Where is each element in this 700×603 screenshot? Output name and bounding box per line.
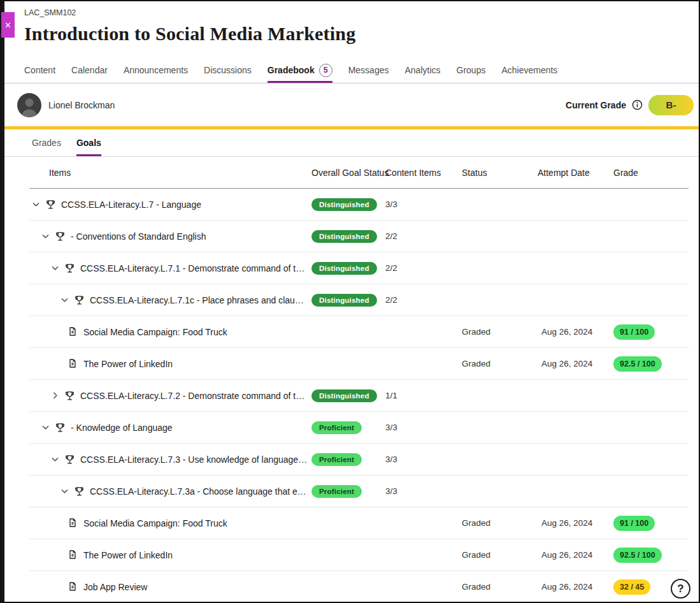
expand-chevron-icon[interactable] (58, 485, 71, 498)
nav-tab[interactable]: Content (24, 57, 55, 83)
goal-status-badge: Proficient (311, 485, 362, 498)
person-icon (17, 93, 41, 117)
grade-badge: 92.5 / 100 (613, 356, 662, 372)
current-grade-pill[interactable]: B- (648, 95, 694, 115)
current-grade-label: Current Grade (566, 100, 626, 110)
nav-tab[interactable]: Announcements (124, 57, 188, 83)
nav-tab[interactable]: Messages (348, 57, 389, 83)
nav-tabs: Content Calendar Announcements Discussio… (24, 57, 676, 83)
col-overall-goal-status: Overall Goal Status (311, 168, 385, 178)
items-cell: Social Media Campaign: Food Truck (29, 518, 311, 528)
nav-tab-label: Discussions (204, 65, 252, 75)
row-label: CCSS.ELA-Literacy.L.7.1 - Demonstrate co… (80, 263, 311, 273)
grade-badge: 91 / 100 (613, 324, 655, 340)
table-row: The Power of LinkedIn Graded Aug 26, 202… (29, 348, 689, 380)
expand-chevron-icon[interactable] (48, 389, 61, 402)
nav-tab[interactable]: Groups (457, 57, 486, 83)
goal-icon (45, 199, 56, 210)
nav-tab[interactable]: Discussions (204, 57, 252, 83)
table-row: CCSS.ELA-Literacy.L.7 - Language Disting… (29, 189, 689, 221)
items-cell: CCSS.ELA-Literacy.L.7.2 - Demonstrate co… (29, 389, 311, 402)
status-cell: Graded (462, 518, 538, 528)
goal-icon (55, 422, 66, 433)
goal-icon (64, 390, 75, 401)
status-cell: Graded (462, 582, 538, 592)
help-button[interactable]: ? (671, 579, 690, 599)
grade-badge: 91 / 100 (613, 516, 655, 531)
expand-chevron-icon[interactable] (58, 294, 71, 307)
goal-icon (74, 294, 85, 305)
goals-table: Items Overall Goal Status Content Items … (1, 157, 699, 603)
nav-tab-label: Achievements (501, 65, 557, 75)
goal-status-badge: Distinguished (311, 294, 377, 307)
row-label: Job App Review (83, 582, 151, 592)
goal-status-cell: Proficient (311, 485, 385, 498)
table-row: - Conventions of Standard English Distin… (29, 221, 689, 252)
row-label: The Power of LinkedIn (83, 359, 176, 369)
col-grade: Grade (613, 168, 689, 178)
items-cell: Social Media Campaign: Food Truck (29, 326, 311, 337)
nav-tab-label: Content (24, 65, 55, 75)
attempt-date-cell: Aug 26, 2024 (538, 518, 613, 528)
table-body: CCSS.ELA-Literacy.L.7 - Language Disting… (29, 189, 689, 603)
subtab[interactable]: Goals (76, 129, 101, 156)
course-nav: Content Calendar Announcements Discussio… (1, 57, 699, 84)
items-cell: The Power of LinkedIn (29, 358, 311, 369)
items-cell: The Power of LinkedIn (29, 549, 311, 560)
content-items-cell: 2/2 (385, 295, 462, 305)
content-items-cell: 3/3 (385, 200, 462, 209)
goal-icon (55, 231, 66, 242)
subtab[interactable]: Grades (32, 129, 61, 156)
goal-icon (64, 454, 75, 465)
goal-icon (74, 486, 85, 497)
expand-chevron-icon[interactable] (48, 453, 61, 466)
table-row: Job App Review Graded Aug 26, 2024 32 / … (29, 571, 689, 603)
expand-chevron-icon[interactable] (39, 421, 52, 434)
content-items-cell: 1/1 (385, 391, 462, 400)
nav-tab[interactable]: Gradebook 5 (268, 57, 332, 83)
row-label: CCSS.ELA-Literacy.L.7 - Language (61, 200, 205, 210)
table-row: CCSS.ELA-Literacy.L.7.3a - Choose langua… (29, 476, 689, 507)
question-icon: ? (677, 583, 683, 595)
goal-status-cell: Distinguished (311, 389, 385, 402)
expand-chevron-icon[interactable] (39, 230, 52, 243)
col-items: Items (29, 168, 311, 178)
subtabs: Grades Goals (1, 129, 699, 157)
items-cell: CCSS.ELA-Literacy.L.7.1c - Place phrases… (29, 294, 311, 307)
expand-chevron-icon[interactable] (48, 262, 61, 275)
grade-cell: 92.5 / 100 (613, 548, 689, 563)
goal-status-badge: Distinguished (311, 389, 377, 402)
status-cell: Graded (462, 359, 538, 368)
current-grade-group: Current Grade B- (566, 95, 694, 115)
row-label: - Knowledge of Language (71, 423, 176, 433)
document-icon (68, 358, 78, 369)
goal-status-cell: Distinguished (311, 198, 385, 211)
status-cell: Graded (462, 327, 538, 337)
items-cell: CCSS.ELA-Literacy.L.7.3a - Choose langua… (29, 485, 311, 498)
subtab-label: Grades (32, 138, 61, 148)
grade-cell: 91 / 100 (613, 324, 689, 340)
attempt-date-cell: Aug 26, 2024 (538, 359, 613, 368)
nav-tab[interactable]: Analytics (404, 57, 440, 83)
items-cell: CCSS.ELA-Literacy.L.7 - Language (29, 198, 311, 211)
nav-tab-label: Gradebook (268, 65, 315, 75)
goal-status-badge: Distinguished (311, 198, 377, 211)
info-icon[interactable] (632, 99, 643, 110)
nav-tab[interactable]: Achievements (501, 57, 557, 83)
col-status: Status (462, 168, 538, 178)
left-edge-panel (1, 1, 4, 602)
table-header: Items Overall Goal Status Content Items … (29, 157, 689, 189)
items-cell: CCSS.ELA-Literacy.L.7.3 - Use knowledge … (29, 453, 311, 466)
col-content-items: Content Items (385, 168, 462, 178)
expand-chevron-icon[interactable] (29, 198, 42, 211)
nav-tab[interactable]: Calendar (71, 57, 108, 83)
table-row: CCSS.ELA-Literacy.L.7.3 - Use knowledge … (29, 444, 689, 476)
goal-status-badge: Distinguished (311, 230, 377, 243)
panel-close-button[interactable]: ✕ (1, 12, 15, 38)
row-label: CCSS.ELA-Literacy.L.7.3a - Choose langua… (90, 486, 311, 497)
table-row: CCSS.ELA-Literacy.L.7.1c - Place phrases… (29, 284, 689, 316)
goal-icon (64, 263, 75, 273)
content-items-cell: 2/2 (385, 231, 462, 241)
status-cell: Graded (462, 550, 538, 560)
nav-tab-label: Announcements (124, 65, 188, 75)
